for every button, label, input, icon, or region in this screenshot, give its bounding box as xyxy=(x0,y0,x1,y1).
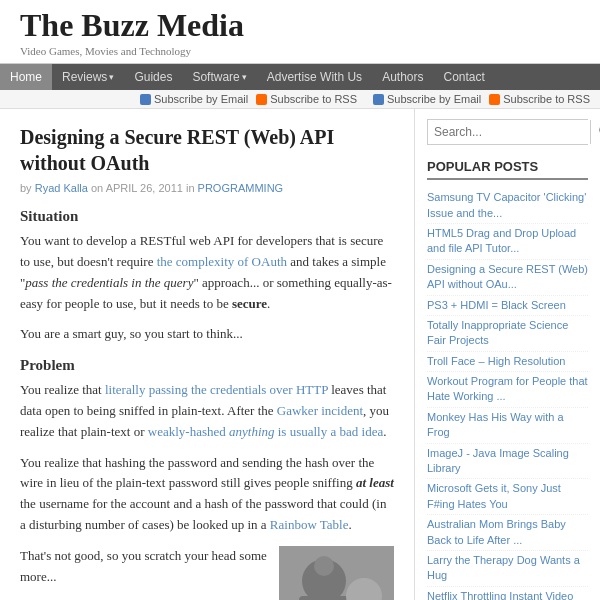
subscribe-email-2[interactable]: Subscribe by Email xyxy=(373,93,481,105)
author-link[interactable]: Ryad Kalla xyxy=(35,182,88,194)
nav-advertise[interactable]: Advertise With Us xyxy=(257,64,372,90)
nav-home[interactable]: Home xyxy=(0,64,52,90)
rss-icon xyxy=(256,94,267,105)
search-input[interactable] xyxy=(428,120,590,144)
popular-post-item[interactable]: ImageJ - Java Image Scaling Library xyxy=(427,444,588,480)
weakly-hashed-link[interactable]: weakly-hashed anything is usually a bad … xyxy=(148,424,383,439)
article-section-with-image: That's not good, so you scratch your hea… xyxy=(20,546,394,600)
popular-post-item[interactable]: Netflix Throttling Instant Video Streami… xyxy=(427,587,588,600)
popular-post-item[interactable]: Designing a Secure REST (Web) API withou… xyxy=(427,260,588,296)
article-meta: by Ryad Kalla on APRIL 26, 2011 in PROGR… xyxy=(20,182,394,194)
site-header: The Buzz Media Video Games, Movies and T… xyxy=(0,0,600,64)
subscribe-email-1[interactable]: Subscribe by Email xyxy=(140,93,248,105)
subscribe-rss-1[interactable]: Subscribe to RSS xyxy=(256,93,357,105)
article-in: in xyxy=(186,182,195,194)
chevron-down-icon: ▾ xyxy=(109,72,114,82)
oauth-complexity-link[interactable]: the complexity of OAuth xyxy=(157,254,287,269)
popular-post-item[interactable]: Monkey Has His Way with a Frog xyxy=(427,408,588,444)
popular-posts-list: Samsung TV Capacitor 'Clicking' Issue an… xyxy=(427,188,588,600)
article-image xyxy=(279,546,394,600)
nav-guides[interactable]: Guides xyxy=(124,64,182,90)
article-text-block: That's not good, so you scratch your hea… xyxy=(20,546,269,600)
article-category[interactable]: PROGRAMMING xyxy=(198,182,284,194)
subscribe-bar: Subscribe by Email Subscribe to RSS Subs… xyxy=(0,90,600,109)
literal-creds-link[interactable]: literally passing the credentials over H… xyxy=(105,382,328,397)
site-subtitle: Video Games, Movies and Technology xyxy=(20,45,580,57)
svg-rect-3 xyxy=(299,596,349,600)
subscribe-rss-2[interactable]: Subscribe to RSS xyxy=(489,93,590,105)
section-situation: Situation xyxy=(20,208,394,225)
section-problem: Problem xyxy=(20,357,394,374)
gawker-link[interactable]: Gawker incident xyxy=(277,403,363,418)
popular-post-item[interactable]: Australian Mom Brings Baby Back to Life … xyxy=(427,515,588,551)
problem-p1: You realize that literally passing the c… xyxy=(20,380,394,442)
article-body: Situation You want to develop a RESTful … xyxy=(20,208,394,600)
popular-post-item[interactable]: Samsung TV Capacitor 'Clicking' Issue an… xyxy=(427,188,588,224)
author-by: by xyxy=(20,182,32,194)
search-button[interactable]: 🔍 xyxy=(590,120,600,144)
rss-icon xyxy=(489,94,500,105)
article-date: on APRIL 26, 2011 xyxy=(91,182,183,194)
popular-posts-heading: POPULAR POSTS xyxy=(427,159,588,180)
problem-p3: That's not good, so you scratch your hea… xyxy=(20,546,269,588)
problem-p2: You realize that hashing the password an… xyxy=(20,453,394,536)
popular-post-item[interactable]: Troll Face – High Resolution xyxy=(427,352,588,372)
page-body: f 60 t g+ 8 Designing a Secure REST (Web… xyxy=(0,109,600,600)
popular-post-item[interactable]: Microsoft Gets it, Sony Just F#ing Hates… xyxy=(427,479,588,515)
nav-contact[interactable]: Contact xyxy=(433,64,494,90)
popular-post-item[interactable]: Totally Inappropriate Science Fair Proje… xyxy=(427,316,588,352)
popular-post-item[interactable]: HTML5 Drag and Drop Upload and file API … xyxy=(427,224,588,260)
sidebar: 🔍 POPULAR POSTS Samsung TV Capacitor 'Cl… xyxy=(415,109,600,600)
nav-reviews[interactable]: Reviews ▾ xyxy=(52,64,124,90)
nav-software[interactable]: Software ▾ xyxy=(182,64,256,90)
article-title: Designing a Secure REST (Web) API withou… xyxy=(20,124,394,176)
article-image-svg xyxy=(279,546,394,600)
situation-p1: You want to develop a RESTful web API fo… xyxy=(20,231,394,314)
popular-post-item[interactable]: Workout Program for People that Hate Wor… xyxy=(427,372,588,408)
search-box: 🔍 xyxy=(427,119,588,145)
email-icon xyxy=(373,94,384,105)
popular-post-item[interactable]: Larry the Therapy Dog Wants a Hug xyxy=(427,551,588,587)
rainbow-table-link[interactable]: Rainbow Table xyxy=(270,517,349,532)
email-icon xyxy=(140,94,151,105)
nav-authors[interactable]: Authors xyxy=(372,64,433,90)
main-content: Designing a Secure REST (Web) API withou… xyxy=(0,109,415,600)
popular-post-item[interactable]: PS3 + HDMI = Black Screen xyxy=(427,296,588,316)
svg-point-2 xyxy=(314,556,334,576)
site-title: The Buzz Media xyxy=(20,8,580,43)
navigation-bar: Home Reviews ▾ Guides Software ▾ Adverti… xyxy=(0,64,600,90)
situation-p2: You are a smart guy, so you start to thi… xyxy=(20,324,394,345)
chevron-down-icon: ▾ xyxy=(242,72,247,82)
